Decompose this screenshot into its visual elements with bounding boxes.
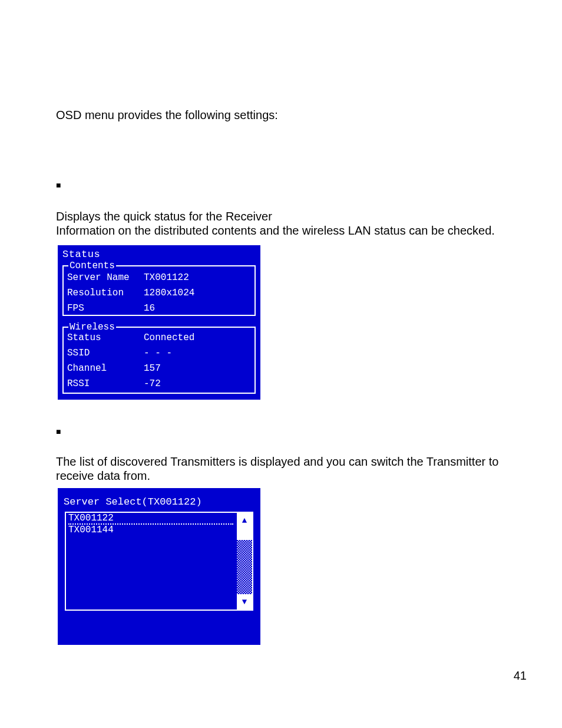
value-wifi-rssi: -72: [144, 378, 161, 389]
scroll-down-button[interactable]: ▼: [237, 594, 252, 610]
server-select-item[interactable]: TX001122: [68, 513, 233, 525]
value-fps: 16: [144, 303, 155, 314]
label-resolution: Resolution: [64, 288, 144, 298]
section2-line1: The list of discovered Transmitters is d…: [56, 454, 498, 469]
value-resolution: 1280x1024: [144, 288, 194, 298]
scroll-up-button[interactable]: ▲: [237, 513, 252, 528]
section2-line2: receive data from.: [56, 468, 150, 483]
row-fps: FPS 16: [64, 301, 254, 316]
value-wifi-status: Connected: [144, 332, 194, 343]
row-resolution: Resolution 1280x1024: [64, 285, 254, 301]
row-wifi-channel: Channel 157: [64, 361, 254, 376]
server-select-listbox[interactable]: TX001122 TX001144 ▲ ▼: [65, 512, 253, 611]
osd-wireless-legend: Wireless: [68, 322, 116, 332]
row-server-name: Server Name TX001122: [64, 270, 254, 285]
chevron-up-icon: ▲: [242, 516, 247, 525]
label-wifi-rssi: RSSI: [64, 378, 144, 389]
server-select-item[interactable]: TX001144: [68, 525, 233, 535]
osd-wireless-box: Wireless Status Connected SSID - - - Cha…: [62, 327, 256, 394]
chevron-down-icon: ▼: [242, 597, 247, 607]
label-wifi-channel: Channel: [64, 363, 144, 374]
row-wifi-rssi: RSSI -72: [64, 376, 254, 391]
section1-line2: Information on the distributed contents …: [56, 223, 495, 238]
scrollbar[interactable]: ▲ ▼: [237, 513, 252, 610]
value-wifi-channel: 157: [144, 363, 161, 374]
label-server-name: Server Name: [64, 272, 144, 283]
row-wifi-ssid: SSID - - -: [64, 345, 254, 361]
value-server-name: TX001122: [144, 272, 189, 283]
bullet-1: ■: [56, 180, 61, 190]
section1-line1: Displays the quick status for the Receiv…: [56, 209, 272, 224]
scroll-thumb[interactable]: [237, 528, 252, 540]
osd-server-select-panel: Server Select(TX001122) TX001122 TX00114…: [58, 488, 260, 645]
osd-status-panel: Status Contents Server Name TX001122 Res…: [58, 245, 260, 400]
label-fps: FPS: [64, 303, 144, 314]
label-wifi-ssid: SSID: [64, 348, 144, 358]
osd-contents-legend: Contents: [68, 261, 116, 271]
osd-server-select-title: Server Select(TX001122): [64, 496, 202, 508]
label-wifi-status: Status: [64, 332, 144, 343]
osd-status-title: Status: [62, 249, 100, 260]
server-select-list: TX001122 TX001144: [66, 513, 236, 610]
value-wifi-ssid: - - -: [144, 348, 172, 358]
bullet-2: ■: [56, 427, 61, 436]
intro-text: OSD menu provides the following settings…: [56, 107, 278, 123]
page-number: 41: [514, 669, 527, 683]
osd-contents-box: Contents Server Name TX001122 Resolution…: [62, 265, 256, 316]
